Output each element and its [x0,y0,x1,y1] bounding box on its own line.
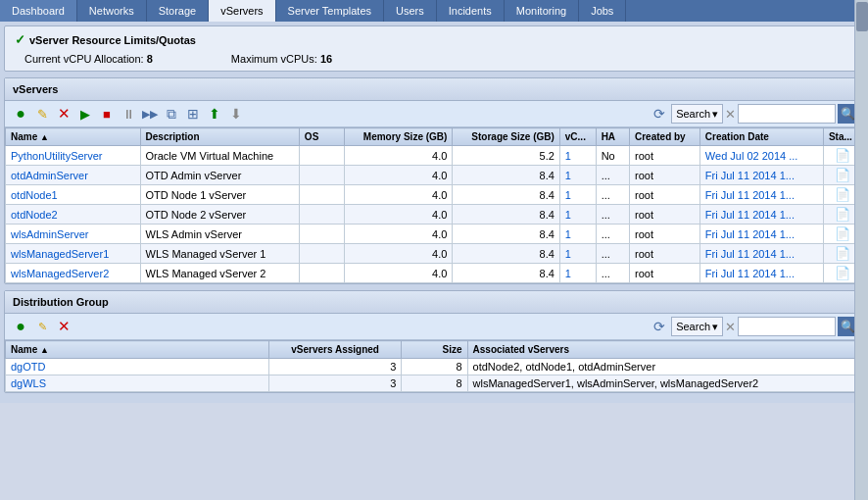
dist-size: 8 [402,359,467,375]
col-created-by[interactable]: Created by [630,128,700,146]
delete-distribution-button[interactable]: ✕ [54,317,73,336]
resource-metrics: Current vCPU Allocation: 8 Maximum vCPUs… [15,53,853,65]
dist-col-size[interactable]: Size [402,341,467,359]
vserver-name[interactable]: wlsManagedServer2 [6,264,141,283]
add-icon: ● [16,318,25,335]
clone-vserver-button[interactable]: ⧉ [162,104,181,124]
vservers-search-dropdown[interactable]: Search ▾ [671,104,723,124]
delete-vserver-button[interactable]: ✕ [54,104,73,124]
add-vserver-button[interactable]: ● [11,104,30,124]
vserver-storage: 8.4 [453,185,559,205]
vserver-creation-date: Fri Jul 11 2014 1... [699,185,823,205]
dist-associated: wlsManagedServer1, wlsAdminServer, wlsMa… [467,375,862,392]
vserver-row: otdNode2 OTD Node 2 vServer 4.0 8.4 1 ..… [6,205,863,225]
vserver-row: wlsManagedServer1 WLS Managed vServer 1 … [6,244,863,264]
vserver-creation-date: Fri Jul 11 2014 1... [699,205,823,225]
nav-users[interactable]: Users [384,0,437,22]
stop-icon: ■ [103,107,111,122]
start-vserver-button[interactable]: ▶ [75,104,95,124]
refresh-vservers-button[interactable]: ⟳ [653,106,665,122]
dist-col-assigned[interactable]: vServers Assigned [268,341,401,359]
distribution-search-area: Search ▾ ✕ 🔍 [671,317,857,336]
col-creation-date[interactable]: Creation Date [699,128,823,146]
refresh-distribution-button[interactable]: ⟳ [653,319,665,334]
vserver-storage: 8.4 [453,205,559,225]
vserver-name[interactable]: PythonUtilityServer [6,146,141,166]
nav-storage[interactable]: Storage [147,0,210,22]
vserver-os [299,166,344,185]
col-description[interactable]: Description [140,128,299,146]
dist-col-name[interactable]: Name ▲ [6,341,269,359]
vserver-creation-date: Wed Jul 02 2014 ... [699,146,823,166]
distribution-row: dgOTD 3 8 otdNode2, otdNode1, otdAdminSe… [6,359,863,375]
nav-networks[interactable]: Networks [77,0,147,22]
clear-distribution-search-icon[interactable]: ✕ [725,320,736,334]
col-os[interactable]: OS [299,128,344,146]
vserver-created-by: root [630,225,700,244]
vserver-description: OTD Node 2 vServer [140,205,299,225]
edit-icon: ✎ [38,321,47,333]
search-icon: 🔍 [841,320,855,333]
distribution-table: Name ▲ vServers Assigned Size Associated… [5,340,863,392]
clear-search-icon[interactable]: ✕ [725,107,736,122]
vserver-storage: 5.2 [453,146,559,166]
vserver-vc: 1 [559,146,596,166]
dist-associated: otdNode2, otdNode1, otdAdminServer [467,359,862,375]
vserver-memory: 4.0 [344,225,453,244]
col-storage[interactable]: Storage Size (GB) [453,128,559,146]
vserver-memory: 4.0 [344,146,453,166]
chevron-down-icon: ▾ [712,108,718,121]
col-vc[interactable]: vC... [559,128,596,146]
stop-vserver-button[interactable]: ■ [97,104,117,124]
nav-jobs[interactable]: Jobs [579,0,626,22]
check-icon: ✓ [15,32,25,47]
vservers-panel-header: vServers [5,78,863,101]
vserver-name[interactable]: wlsManagedServer1 [6,244,141,264]
resource-limits-box: ✓ vServer Resource Limits/Quotas Current… [4,25,864,72]
nav-dashboard[interactable]: Dashboard [0,0,77,22]
distribution-search-dropdown[interactable]: Search ▾ [671,317,723,336]
vserver-name[interactable]: otdNode2 [6,205,141,225]
distribution-toolbar: ● ✎ ✕ ⟳ Search ▾ ✕ 🔍 [5,314,863,340]
pause-vserver-button[interactable]: ⏸ [119,104,138,124]
edit-distribution-button[interactable]: ✎ [32,317,52,336]
vservers-toolbar: ● ✎ ✕ ▶ ■ ⏸ ▶▶ ⧉ ⊞ [5,101,863,127]
vserver-name[interactable]: otdAdminServer [6,166,141,185]
vserver-name[interactable]: otdNode1 [6,185,141,205]
vserver-name[interactable]: wlsAdminServer [6,225,141,244]
vservers-search-input[interactable] [738,104,836,124]
edit-vserver-button[interactable]: ✎ [32,104,52,124]
col-ha[interactable]: HA [596,128,629,146]
vserver-vc: 1 [559,244,596,264]
vserver-os [299,146,344,166]
import-vserver-button[interactable]: ⬇ [226,104,246,124]
vserver-description: WLS Managed vServer 2 [140,264,299,283]
export-vserver-button[interactable]: ⬆ [205,104,224,124]
pause-icon: ⏸ [122,107,135,122]
col-memory[interactable]: Memory Size (GB) [344,128,453,146]
col-name[interactable]: Name ▲ [6,128,141,146]
vserver-os [299,244,344,264]
add-distribution-button[interactable]: ● [11,317,30,336]
vserver-created-by: root [630,185,700,205]
vserver-storage: 8.4 [453,225,559,244]
vcpu-allocation: Current vCPU Allocation: 8 [24,53,153,65]
distribution-search-input[interactable] [738,317,836,336]
vserver-os [299,264,344,283]
dist-col-associated[interactable]: Associated vServers [467,341,862,359]
resume-vserver-button[interactable]: ▶▶ [140,104,160,124]
nav-incidents[interactable]: Incidents [437,0,505,22]
nav-vservers[interactable]: vServers [209,0,275,22]
clone2-vserver-button[interactable]: ⊞ [183,104,203,124]
vserver-created-by: root [630,166,700,185]
resource-limits-title: ✓ vServer Resource Limits/Quotas [15,32,853,47]
vserver-created-by: root [630,146,700,166]
vserver-ha: ... [596,185,629,205]
dist-name[interactable]: dgOTD [6,359,269,375]
export-icon: ⬆ [209,106,220,122]
dist-name[interactable]: dgWLS [6,375,269,392]
nav-monitoring[interactable]: Monitoring [505,0,579,22]
nav-server-templates[interactable]: Server Templates [276,0,384,22]
vserver-vc: 1 [559,264,596,283]
delete-icon: ✕ [58,105,71,123]
